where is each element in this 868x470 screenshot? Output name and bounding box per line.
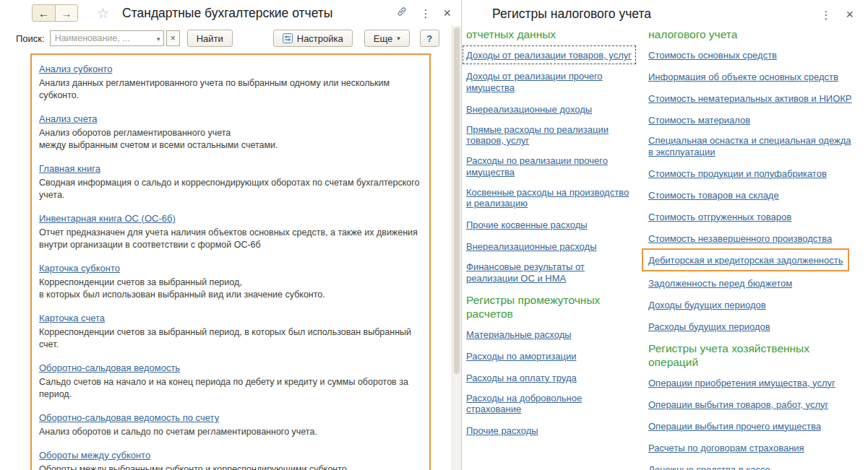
report-link[interactable]: Инвентарная книга ОС (ОС-6б) bbox=[39, 213, 176, 224]
page-title: Стандартные бухгалтерские отчеты bbox=[122, 6, 332, 21]
reports-list-area: Анализ субконто Анализ данных регламенти… bbox=[0, 49, 461, 470]
left-toolbar: ← → ☆ Стандартные бухгалтерские отчеты ⋮… bbox=[0, 0, 461, 26]
register-link[interactable]: Дебиторская и кредиторская задолженность bbox=[648, 255, 843, 266]
register-link[interactable]: Стоимость нематериальных активов и НИОКР bbox=[648, 93, 852, 105]
register-link[interactable]: Расходы на добровольное страхование bbox=[466, 393, 582, 415]
register-link-row: Доходы от реализации товаров, услуг bbox=[463, 45, 636, 64]
register-links-group: Доходы от реализации товаров, услуг Дохо… bbox=[466, 45, 640, 284]
register-link[interactable]: Прочие расходы bbox=[466, 425, 538, 437]
register-link[interactable]: Финансовые результаты от реализации ОС и… bbox=[466, 261, 585, 284]
report-description: Корреспонденции счетов за выбранный пери… bbox=[39, 277, 428, 301]
register-link[interactable]: Расходы по амортизации bbox=[466, 351, 576, 362]
register-link-row: Денежные средства в кассе bbox=[648, 463, 865, 470]
settings-label: Настройка bbox=[297, 33, 343, 44]
register-link[interactable]: Стоимость отгруженных товаров bbox=[648, 212, 791, 223]
report-link[interactable]: Карточка счета bbox=[39, 313, 105, 323]
forward-button[interactable]: → bbox=[55, 5, 77, 21]
register-link[interactable]: Стоимость материалов bbox=[648, 115, 750, 126]
find-button[interactable]: Найти bbox=[187, 30, 233, 47]
register-link-row: Стоимость товаров на складе bbox=[648, 188, 865, 201]
register-link[interactable]: Расходы по реализации прочего имущества bbox=[466, 155, 608, 178]
report-description: Анализ данных регламентированного учета … bbox=[39, 77, 428, 102]
chevron-down-icon[interactable]: ▾ bbox=[157, 35, 160, 43]
report-entry: Анализ субконто Анализ данных регламенти… bbox=[39, 62, 428, 102]
register-link[interactable]: Стоимость основных средств bbox=[648, 50, 777, 61]
settings-icon bbox=[283, 33, 293, 43]
title-icons: ⋮ × bbox=[396, 6, 451, 20]
report-link[interactable]: Анализ счета bbox=[39, 113, 97, 124]
report-entry: Обороты между субконто Обороты между выб… bbox=[39, 448, 428, 470]
register-link[interactable]: Стоимость товаров на складе bbox=[648, 190, 779, 201]
register-link-row: Дебиторская и кредиторская задолженность bbox=[642, 248, 849, 271]
register-link-row: Доходы от реализации прочего имущества bbox=[466, 71, 640, 94]
back-button[interactable]: ← bbox=[33, 5, 55, 21]
register-link[interactable]: Операции приобретения имущества, услуг bbox=[648, 378, 835, 389]
report-entry: Оборотно-сальдовая ведомость по счету Ан… bbox=[39, 411, 428, 438]
register-link[interactable]: Задолженность перед бюджетом bbox=[648, 278, 792, 290]
register-link-row: Расчеты по договорам страхования bbox=[648, 441, 865, 454]
register-link-row: Расходы будущих периодов bbox=[648, 320, 865, 333]
more-button[interactable]: Еще ▾ bbox=[364, 30, 410, 47]
close-icon[interactable]: × bbox=[443, 6, 451, 19]
register-link[interactable]: Внереализационные расходы bbox=[466, 241, 596, 253]
register-link[interactable]: Доходы от реализации прочего имущества bbox=[466, 71, 603, 93]
registers-column-2: налогового учета Стоимость основных сред… bbox=[648, 23, 868, 470]
reports-highlight-frame: Анализ субконто Анализ данных регламенти… bbox=[30, 53, 431, 470]
register-link-row: Материальные расходы bbox=[466, 328, 640, 341]
section-heading: Регистры промежуточных расчетов bbox=[466, 293, 640, 321]
register-link-row: Внереализационные доходы bbox=[466, 103, 640, 116]
register-link[interactable]: Косвенные расходы на производство и реал… bbox=[466, 187, 629, 209]
close-icon[interactable]: × bbox=[846, 8, 854, 21]
register-link[interactable]: Расходы будущих периодов bbox=[648, 321, 770, 333]
register-link-row: Косвенные расходы на производство и реал… bbox=[466, 187, 640, 210]
app-window: ← → ☆ Стандартные бухгалтерские отчеты ⋮… bbox=[0, 0, 868, 470]
report-description: Сальдо счетов на начало и на конец перио… bbox=[39, 376, 428, 401]
vertical-scrollbar[interactable] bbox=[452, 26, 461, 470]
report-entry: Карточка субконто Корреспонденции счетов… bbox=[39, 261, 428, 301]
register-link[interactable]: Операции выбытия товаров, работ, услуг bbox=[648, 399, 828, 411]
scrollbar-thumb[interactable] bbox=[454, 27, 460, 374]
register-link[interactable]: Информация об объекте основных средств bbox=[648, 71, 838, 83]
search-clear-button[interactable]: × bbox=[166, 30, 180, 46]
report-link[interactable]: Анализ субконто bbox=[39, 64, 112, 74]
register-link[interactable]: Доходы будущих периодов bbox=[648, 300, 766, 311]
register-link[interactable]: Прочие косвенные расходы bbox=[466, 219, 588, 231]
register-link[interactable]: Материальные расходы bbox=[466, 329, 572, 341]
report-description: Корреспонденции счетов за выбранный пери… bbox=[39, 326, 428, 351]
register-link[interactable]: Стоимость продукции и полуфабрикатов bbox=[648, 168, 827, 180]
section-heading: отчетных данных bbox=[466, 27, 640, 41]
report-link[interactable]: Карточка субконто bbox=[39, 263, 120, 274]
register-link[interactable]: Прямые расходы по реализации товаров, ус… bbox=[466, 124, 609, 147]
register-link[interactable]: Доходы от реализации товаров, услуг bbox=[466, 50, 632, 61]
help-button[interactable]: ? bbox=[420, 30, 439, 47]
register-link[interactable]: Операции выбытия прочего имущества bbox=[648, 421, 821, 432]
register-link[interactable]: Внереализационные доходы bbox=[466, 104, 592, 116]
report-link[interactable]: Обороты между субконто bbox=[39, 450, 150, 461]
more-menu-icon[interactable]: ⋮ bbox=[420, 8, 431, 19]
register-link[interactable]: Денежные средства в кассе bbox=[648, 464, 770, 470]
registers-column-1: отчетных данных Доходы от реализации тов… bbox=[466, 23, 640, 470]
panel-title: Регистры налогового учета bbox=[492, 6, 651, 22]
search-input[interactable] bbox=[51, 31, 163, 45]
get-link-icon[interactable] bbox=[396, 6, 408, 20]
report-entry: Главная книга Сводная информация о сальд… bbox=[39, 162, 428, 201]
register-link-row: Операции выбытия прочего имущества bbox=[648, 419, 865, 432]
register-link[interactable]: Специальная оснастка и специальная одежд… bbox=[648, 135, 851, 157]
register-link[interactable]: Расчеты по договорам страхования bbox=[648, 443, 804, 454]
register-link-row: Внереализационные расходы bbox=[466, 240, 640, 253]
register-link-row: Прочие косвенные расходы bbox=[466, 218, 640, 231]
report-link[interactable]: Оборотно-сальдовая ведомость по счету bbox=[39, 412, 219, 423]
more-menu-icon[interactable]: ⋮ bbox=[820, 9, 831, 20]
register-link-row: Стоимость продукции и полуфабрикатов bbox=[648, 167, 865, 180]
register-links-group: Материальные расходы Расходы по амортиза… bbox=[466, 328, 640, 438]
register-link-row: Финансовые результаты от реализации ОС и… bbox=[466, 261, 640, 284]
report-link[interactable]: Оборотно-сальдовая ведомость bbox=[39, 362, 180, 373]
register-link[interactable]: Расходы на оплату труда bbox=[466, 373, 577, 384]
register-link[interactable]: Стоимость незавершенного производства bbox=[648, 233, 832, 245]
settings-button[interactable]: Настройка bbox=[273, 30, 353, 47]
favorite-star-icon[interactable]: ☆ bbox=[97, 5, 109, 22]
register-link-row: Расходы на оплату труда bbox=[466, 371, 640, 384]
report-link[interactable]: Главная книга bbox=[39, 163, 100, 174]
register-links-group: Операции приобретения имущества, услуг О… bbox=[648, 376, 865, 470]
tax-registers-panel: Регистры налогового учета ⋮ × отчетных д… bbox=[462, 0, 868, 470]
